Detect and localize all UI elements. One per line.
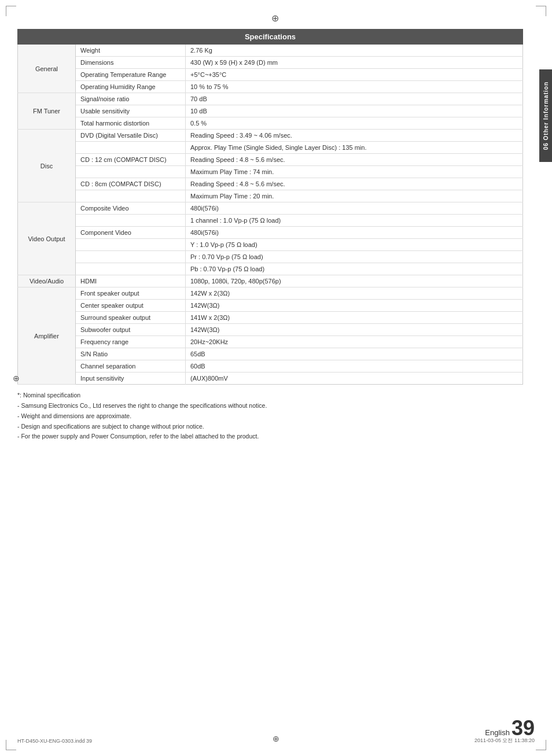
side-tab: 06 Other Information [539,69,552,162]
value-cell: 142W(3Ω) [186,300,523,312]
table-row: Video/AudioHDMI1080p, 1080i, 720p, 480p(… [18,275,523,287]
label-cell: Composite Video [76,202,186,215]
value-cell: Reading Speed : 3.49 ~ 4.06 m/sec. [186,130,523,142]
category-cell: Amplifier [18,287,76,385]
value-cell: 65dB [186,348,523,360]
value-cell: 1 channel : 1.0 Vp-p (75 Ω load) [186,215,523,227]
bottom-crosshair-icon: ⊕ [273,734,279,743]
notes-section: *: Nominal specification- Samsung Electr… [17,390,523,442]
value-cell: 480i(576i) [186,202,523,215]
value-cell: 70 dB [186,93,523,105]
label-cell [76,142,186,154]
table-row: Dimensions430 (W) x 59 (H) x 249 (D) mm [18,57,523,69]
value-cell: (AUX)800mV [186,373,523,385]
top-crosshair-icon [271,13,281,22]
value-cell: 430 (W) x 59 (H) x 249 (D) mm [186,57,523,69]
side-tab-label: 06 Other Information [543,82,549,150]
label-cell: DVD (Digital Versatile Disc) [76,130,186,142]
label-cell: Front speaker output [76,287,186,300]
note-item: - For the power supply and Power Consump… [17,432,523,442]
value-cell: Pb : 0.70 Vp-p (75 Ω load) [186,263,523,275]
table-row: FM TunerSignal/noise ratio70 dB [18,93,523,105]
label-cell: S/N Ratio [76,348,186,360]
value-cell: Reading Speed : 4.8 ~ 5.6 m/sec. [186,178,523,190]
label-cell [76,239,186,251]
table-row: Input sensitivity(AUX)800mV [18,373,523,385]
table-row: Channel separation60dB [18,360,523,373]
table-row: Y : 1.0 Vp-p (75 Ω load) [18,239,523,251]
table-row: Video OutputComposite Video480i(576i) [18,202,523,215]
table-row: GeneralWeight2.76 Kg [18,45,523,57]
value-cell: 142W(3Ω) [186,324,523,336]
value-cell: 10 dB [186,105,523,117]
left-crosshair-icon: ⊕ [13,374,20,383]
page-number: 39 [511,716,535,740]
table-row: Operating Temperature Range+5°C~+35°C [18,69,523,81]
table-row: CD : 12 cm (COMPACT DISC)Reading Speed :… [18,154,523,166]
label-cell: Center speaker output [76,300,186,312]
label-cell: Usable sensitivity [76,105,186,117]
note-item: - Samsung Electronics Co., Ltd reserves … [17,401,523,411]
table-row: AmplifierFront speaker output142W x 2(3Ω… [18,287,523,300]
spec-title: Specifications [17,29,523,45]
category-cell: Disc [18,130,76,202]
table-row: Component Video480i(576i) [18,227,523,239]
note-item: - Weight and dimensions are approximate. [17,411,523,422]
table-row: Maximum Play Time : 74 min. [18,166,523,178]
label-cell [76,190,186,202]
table-row: Usable sensitivity10 dB [18,105,523,117]
category-cell: Video/Audio [18,275,76,287]
table-row: S/N Ratio65dB [18,348,523,360]
label-cell: Channel separation [76,360,186,373]
label-cell: Frequency range [76,336,186,348]
note-item: - Design and specifications are subject … [17,422,523,432]
value-cell: Approx. Play Time (Single Sided, Single … [186,142,523,154]
label-cell: Component Video [76,227,186,239]
table-row: Pb : 0.70 Vp-p (75 Ω load) [18,263,523,275]
table-row: Pr : 0.70 Vp-p (75 Ω load) [18,251,523,263]
value-cell: Pr : 0.70 Vp-p (75 Ω load) [186,251,523,263]
label-cell: Input sensitivity [76,373,186,385]
spec-table: GeneralWeight2.76 KgDimensions430 (W) x … [17,45,523,385]
label-cell [76,263,186,275]
table-row: Operating Humidity Range10 % to 75 % [18,81,523,93]
table-row: DiscDVD (Digital Versatile Disc)Reading … [18,130,523,142]
label-cell: CD : 8cm (COMPACT DISC) [76,178,186,190]
label-cell: Total harmonic distortion [76,117,186,130]
page-number-area: English 39 [485,718,535,739]
value-cell: +5°C~+35°C [186,69,523,81]
table-row: Center speaker output142W(3Ω) [18,300,523,312]
page-lang: English [485,728,510,737]
table-row: Surround speaker output141W x 2(3Ω) [18,312,523,324]
label-cell: Operating Temperature Range [76,69,186,81]
value-cell: Maximum Play Time : 20 min. [186,190,523,202]
value-cell: 20Hz~20KHz [186,336,523,348]
label-cell [76,166,186,178]
table-row: 1 channel : 1.0 Vp-p (75 Ω load) [18,215,523,227]
corner-mark-tr [536,6,546,16]
value-cell: Maximum Play Time : 74 min. [186,166,523,178]
label-cell [76,215,186,227]
corner-mark-tl [6,6,16,16]
label-cell: Dimensions [76,57,186,69]
table-row: CD : 8cm (COMPACT DISC)Reading Speed : 4… [18,178,523,190]
category-cell: Video Output [18,202,76,275]
label-cell: HDMI [76,275,186,287]
table-row: Approx. Play Time (Single Sided, Single … [18,142,523,154]
label-cell: Operating Humidity Range [76,81,186,93]
value-cell: 141W x 2(3Ω) [186,312,523,324]
table-row: Frequency range20Hz~20KHz [18,336,523,348]
value-cell: 2.76 Kg [186,45,523,57]
note-item: *: Nominal specification [17,390,523,401]
main-content: Specifications GeneralWeight2.76 KgDimen… [17,29,535,442]
label-cell: Subwoofer output [76,324,186,336]
table-row: Total harmonic distortion0.5 % [18,117,523,130]
label-cell: Surround speaker output [76,312,186,324]
table-row: Maximum Play Time : 20 min. [18,190,523,202]
value-cell: 10 % to 75 % [186,81,523,93]
value-cell: 480i(576i) [186,227,523,239]
footer-left: HT-D450-XU-ENG-0303.indd 39 [17,738,92,744]
value-cell: 1080p, 1080i, 720p, 480p(576p) [186,275,523,287]
category-cell: General [18,45,76,93]
category-cell: FM Tuner [18,93,76,130]
